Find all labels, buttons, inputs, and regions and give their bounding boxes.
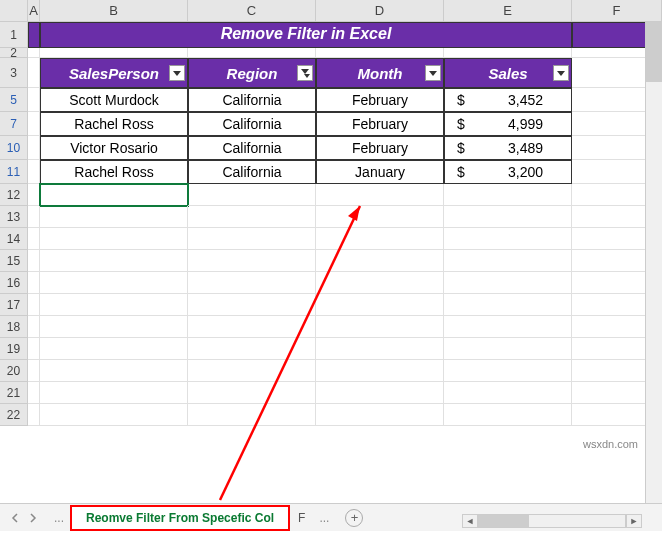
cell[interactable]: [188, 338, 316, 360]
cell[interactable]: [444, 250, 572, 272]
cell-C2[interactable]: [188, 48, 316, 58]
cell[interactable]: [316, 382, 444, 404]
cell[interactable]: [28, 360, 40, 382]
cell[interactable]: [188, 294, 316, 316]
cell[interactable]: [316, 294, 444, 316]
cell-A12[interactable]: [28, 184, 40, 206]
row-header-7[interactable]: 7: [0, 112, 28, 136]
horizontal-scrollbar[interactable]: ◄ ►: [462, 513, 642, 529]
data-region[interactable]: California: [188, 136, 316, 160]
cell[interactable]: [188, 360, 316, 382]
scroll-thumb[interactable]: [646, 22, 662, 82]
scroll-track[interactable]: [478, 514, 626, 528]
cell-A7[interactable]: [28, 112, 40, 136]
cell-A3[interactable]: [28, 58, 40, 88]
row-header[interactable]: 15: [0, 250, 28, 272]
data-sales[interactable]: $4,999: [444, 112, 572, 136]
cell[interactable]: [316, 360, 444, 382]
cell[interactable]: [188, 316, 316, 338]
row-header[interactable]: 18: [0, 316, 28, 338]
next-sheet-tab-partial[interactable]: F: [290, 507, 313, 529]
add-sheet-button[interactable]: +: [345, 509, 363, 527]
cell[interactable]: [316, 404, 444, 426]
row-header[interactable]: 19: [0, 338, 28, 360]
col-header-D[interactable]: D: [316, 0, 444, 21]
cell[interactable]: [40, 404, 188, 426]
cell[interactable]: [28, 294, 40, 316]
filter-dropdown-icon[interactable]: [425, 65, 441, 81]
cell[interactable]: [444, 206, 572, 228]
data-month[interactable]: February: [316, 136, 444, 160]
cell[interactable]: [28, 382, 40, 404]
data-sales[interactable]: $3,200: [444, 160, 572, 184]
data-person[interactable]: Scott Murdock: [40, 88, 188, 112]
header-region[interactable]: Region: [188, 58, 316, 88]
col-header-A[interactable]: A: [28, 0, 40, 21]
header-month[interactable]: Month: [316, 58, 444, 88]
cell-D2[interactable]: [316, 48, 444, 58]
cell[interactable]: [28, 338, 40, 360]
cell[interactable]: [28, 316, 40, 338]
row-header-10[interactable]: 10: [0, 136, 28, 160]
cell[interactable]: [316, 338, 444, 360]
cell-C12[interactable]: [188, 184, 316, 206]
select-all-corner[interactable]: [0, 0, 28, 21]
data-region[interactable]: California: [188, 88, 316, 112]
cell[interactable]: [188, 382, 316, 404]
cell[interactable]: [40, 316, 188, 338]
tab-prev-icon[interactable]: [8, 511, 22, 525]
cell[interactable]: [188, 228, 316, 250]
filter-active-icon[interactable]: [297, 65, 313, 81]
data-month[interactable]: February: [316, 88, 444, 112]
cell[interactable]: [40, 338, 188, 360]
col-header-F[interactable]: F: [572, 0, 662, 21]
row-header-3[interactable]: 3: [0, 58, 28, 88]
cell[interactable]: [444, 382, 572, 404]
col-header-E[interactable]: E: [444, 0, 572, 21]
data-person[interactable]: Victor Rosario: [40, 136, 188, 160]
row-header-1[interactable]: 1: [0, 22, 28, 48]
col-header-B[interactable]: B: [40, 0, 188, 21]
data-region[interactable]: California: [188, 160, 316, 184]
cell[interactable]: [28, 404, 40, 426]
row-header[interactable]: 13: [0, 206, 28, 228]
tab-next-icon[interactable]: [26, 511, 40, 525]
row-header-5[interactable]: 5: [0, 88, 28, 112]
cell[interactable]: [28, 272, 40, 294]
cell[interactable]: [444, 228, 572, 250]
cell[interactable]: [188, 272, 316, 294]
cell[interactable]: [28, 250, 40, 272]
row-header-2[interactable]: 2: [0, 48, 28, 58]
cell[interactable]: [188, 404, 316, 426]
cell-A2[interactable]: [28, 48, 40, 58]
cell[interactable]: [316, 316, 444, 338]
cell-A10[interactable]: [28, 136, 40, 160]
cell[interactable]: [40, 250, 188, 272]
row-header[interactable]: 20: [0, 360, 28, 382]
cell[interactable]: [316, 272, 444, 294]
cell[interactable]: [444, 316, 572, 338]
active-sheet-tab[interactable]: Reomve Filter From Specefic Col: [70, 505, 290, 531]
data-person[interactable]: Rachel Ross: [40, 112, 188, 136]
data-region[interactable]: California: [188, 112, 316, 136]
cell[interactable]: [316, 250, 444, 272]
cell[interactable]: [444, 338, 572, 360]
filter-dropdown-icon[interactable]: [169, 65, 185, 81]
cell[interactable]: [444, 360, 572, 382]
selected-cell[interactable]: [40, 184, 188, 206]
cell-B2[interactable]: [40, 48, 188, 58]
cell[interactable]: [40, 360, 188, 382]
cell-E2[interactable]: [444, 48, 572, 58]
data-sales[interactable]: $3,452: [444, 88, 572, 112]
title-cell[interactable]: Remove Filter in Excel: [40, 22, 572, 48]
cell-D12[interactable]: [316, 184, 444, 206]
data-sales[interactable]: $3,489: [444, 136, 572, 160]
header-sales[interactable]: Sales: [444, 58, 572, 88]
cell[interactable]: [40, 294, 188, 316]
row-header[interactable]: 14: [0, 228, 28, 250]
header-salesperson[interactable]: SalesPerson: [40, 58, 188, 88]
cell[interactable]: [28, 228, 40, 250]
row-header[interactable]: 21: [0, 382, 28, 404]
filter-dropdown-icon[interactable]: [553, 65, 569, 81]
data-month[interactable]: February: [316, 112, 444, 136]
